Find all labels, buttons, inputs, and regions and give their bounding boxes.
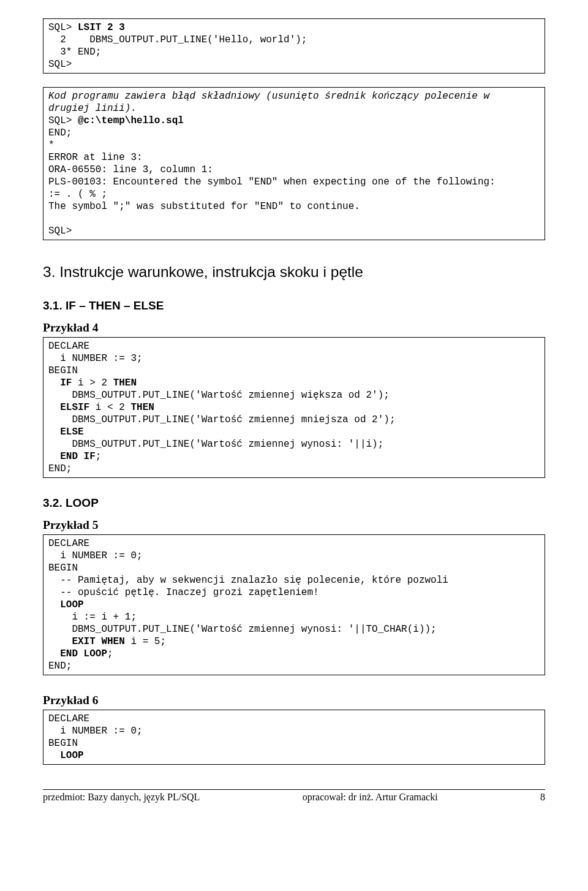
code-line: := . ( % ; [48, 189, 107, 200]
example-label: Przykład 5 [43, 518, 545, 532]
code-line: DECLARE [48, 538, 89, 549]
code-keyword: THEN [130, 402, 154, 413]
code-line: SQL> [48, 59, 72, 70]
subsection-heading: 3.1. IF – THEN – ELSE [43, 299, 545, 313]
example-label: Przykład 6 [43, 694, 545, 707]
code-line [48, 377, 60, 389]
code-keyword: ELSIF [60, 402, 89, 413]
code-line: * [48, 140, 55, 151]
code-comment: Kod programu zawiera błąd składniowy (us… [48, 91, 489, 102]
code-keyword: LOOP [60, 599, 83, 610]
subsection-heading: 3.2. LOOP [43, 496, 545, 510]
code-line [48, 402, 60, 413]
code-line: -- opuścić pętlę. Inaczej grozi zapętlen… [48, 587, 319, 598]
code-block-ifthen: DECLARE i NUMBER := 3; BEGIN IF i > 2 TH… [43, 337, 545, 478]
code-line: DECLARE [48, 341, 89, 352]
code-keyword: IF [60, 377, 72, 389]
code-keyword: ELSE [60, 427, 83, 438]
footer-author: opracował: dr inż. Artur Gramacki [303, 792, 438, 803]
code-line: i < 2 [89, 402, 130, 413]
code-line [48, 427, 60, 438]
code-line: SQL> [48, 22, 78, 33]
code-comment: drugiej linii). [48, 103, 137, 114]
code-keyword: END IF [60, 451, 96, 462]
code-line [48, 599, 60, 610]
code-line: SQL> [48, 226, 72, 237]
code-line: 2 DBMS_OUTPUT.PUT_LINE('Hello, world'); [48, 34, 307, 45]
code-block-lsit: SQL> LSIT 2 3 2 DBMS_OUTPUT.PUT_LINE('He… [43, 18, 545, 74]
code-line [48, 648, 60, 659]
section-heading: 3. Instrukcje warunkowe, instrukcja skok… [43, 264, 545, 281]
code-line: BEGIN [48, 365, 78, 376]
code-line: -- Pamiętaj, aby w sekwencji znalazło si… [48, 575, 448, 586]
code-keyword: LOOP [60, 750, 83, 761]
code-line: The symbol ";" was substituted for "END"… [48, 201, 360, 212]
code-keyword: END LOOP [60, 648, 107, 659]
code-block-loop: DECLARE i NUMBER := 0; BEGIN -- Pamiętaj… [43, 534, 545, 675]
code-line: DBMS_OUTPUT.PUT_LINE('Wartość zmiennej w… [48, 390, 390, 401]
code-block-error: Kod programu zawiera błąd składniowy (us… [43, 87, 545, 240]
code-block-loop2: DECLARE i NUMBER := 0; BEGIN LOOP [43, 710, 545, 765]
code-line: ; [96, 451, 102, 462]
code-keyword: EXIT WHEN [72, 636, 124, 647]
code-line: i = 5; [125, 636, 166, 647]
code-keyword: THEN [113, 377, 137, 389]
code-line: ERROR at line 3: [48, 152, 143, 163]
code-line: END; [48, 661, 72, 672]
footer-page-number: 8 [540, 792, 545, 803]
code-line: i NUMBER := 3; [48, 353, 143, 364]
code-line: DBMS_OUTPUT.PUT_LINE('Wartość zmiennej m… [48, 414, 396, 425]
code-line: SQL> [48, 115, 78, 126]
code-line: i NUMBER := 0; [48, 726, 143, 737]
code-line [48, 636, 72, 647]
code-line: DBMS_OUTPUT.PUT_LINE('Wartość zmiennej w… [48, 439, 383, 450]
code-line: DECLARE [48, 713, 89, 724]
page-footer: przedmiot: Bazy danych, język PL/SQL opr… [43, 789, 545, 803]
code-line: ; [107, 648, 113, 659]
example-label: Przykład 4 [43, 321, 545, 335]
code-line: i := i + 1; [48, 612, 137, 623]
code-line: i NUMBER := 0; [48, 550, 143, 561]
code-line: DBMS_OUTPUT.PUT_LINE('Wartość zmiennej w… [48, 624, 437, 635]
code-line [48, 451, 60, 462]
code-line [48, 750, 60, 761]
code-line: PLS-00103: Encountered the symbol "END" … [48, 176, 496, 188]
footer-subject: przedmiot: Bazy danych, język PL/SQL [43, 792, 200, 803]
code-line: i > 2 [72, 377, 113, 389]
code-bold: @c:\temp\hello.sql [78, 115, 184, 126]
code-line: BEGIN [48, 738, 78, 749]
code-line: END; [48, 463, 72, 474]
code-bold: LSIT 2 3 [78, 22, 125, 33]
code-line: ORA-06550: line 3, column 1: [48, 164, 213, 175]
code-line: BEGIN [48, 563, 78, 574]
code-line: 3* [48, 47, 78, 58]
